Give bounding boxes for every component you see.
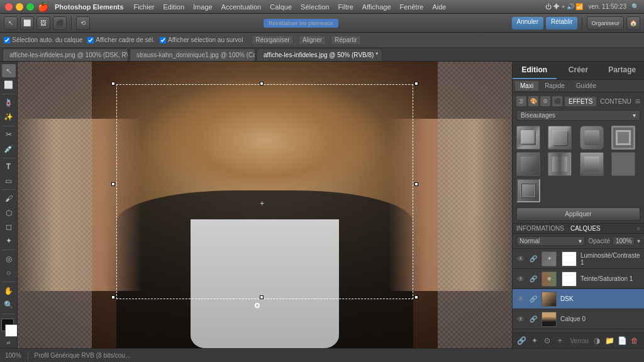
opt-show-hover[interactable]: Afficher sélection au survol <box>160 36 243 43</box>
effect-thumb-6[interactable] <box>548 152 572 176</box>
layer-mask-btn[interactable]: ⊙ <box>542 335 552 346</box>
layer-link-2[interactable]: 🔗 <box>529 275 538 283</box>
panel-tab-partage[interactable]: Partage <box>600 62 644 79</box>
layer-style-btn[interactable]: ✦ <box>529 335 539 346</box>
annuler-btn[interactable]: Annuler <box>512 17 543 30</box>
layer-link-1[interactable]: 🔗 <box>529 255 538 263</box>
effect-thumb-8[interactable] <box>611 152 635 176</box>
tool-eyedrop[interactable]: 💉 <box>2 142 16 155</box>
opacity-value[interactable]: 100% <box>613 236 635 246</box>
reorganiser-btn[interactable]: Réorganiser <box>252 36 293 43</box>
switch-colors-btn[interactable]: ⇄ <box>6 340 11 346</box>
effect-thumb-5[interactable] <box>516 152 540 176</box>
minimize-button[interactable] <box>16 3 23 11</box>
handle-br[interactable] <box>414 295 418 299</box>
panel-collapse-btn[interactable]: ≡ <box>635 96 640 106</box>
menu-accentuation[interactable]: Accentuation <box>221 3 262 11</box>
menu-fenetre[interactable]: Fenêtre <box>400 3 424 11</box>
effect-thumb-7[interactable] <box>580 152 604 176</box>
panel-subtab-maxi[interactable]: Maxi <box>515 81 538 90</box>
organiseur-btn[interactable]: Organiseur <box>587 16 624 30</box>
search-icon[interactable]: 🔍 <box>631 3 639 10</box>
tool-dodge[interactable]: ○ <box>2 266 16 280</box>
effect-thumb-9[interactable] <box>516 178 540 202</box>
layer-vis-2[interactable]: 👁 <box>516 275 525 283</box>
menu-fichier[interactable]: Fichier <box>133 3 154 11</box>
opacity-arrow[interactable]: ▾ <box>637 238 640 244</box>
fx-icon-4[interactable]: ⬛ <box>552 96 562 106</box>
effects-dropdown[interactable]: Biseautages ▾ <box>516 110 640 121</box>
layer-delete-btn[interactable]: 🗑 <box>629 335 640 346</box>
menu-affichage[interactable]: Affichage <box>362 3 391 11</box>
canvas-area[interactable]: + <box>18 62 512 348</box>
menu-selection[interactable]: Sélection <box>301 3 329 11</box>
doc-tab-2[interactable]: strauss-kahn_dominique1.jpg @ 100% (Calq… <box>130 48 255 61</box>
menu-edition[interactable]: Edition <box>163 3 184 11</box>
layer-link-4[interactable]: 🔗 <box>529 315 538 324</box>
effects-tab-effets[interactable]: EFFETS <box>565 97 596 106</box>
toolbar-btn4[interactable]: ⬛ <box>53 16 67 30</box>
handle-tr[interactable] <box>414 82 418 85</box>
background-color[interactable] <box>5 324 18 337</box>
effects-tab-contenu[interactable]: CONTENU <box>596 97 635 106</box>
effect-thumb-2[interactable] <box>548 126 572 150</box>
tool-stamp[interactable]: ⬡ <box>2 206 16 219</box>
layer-item-4[interactable]: 👁 🔗 Calque 0 <box>513 309 644 329</box>
close-button[interactable] <box>5 3 13 11</box>
handle-tl[interactable] <box>111 82 115 85</box>
menu-filtre[interactable]: Filtre <box>338 3 353 11</box>
opt-auto-select[interactable]: Sélection auto. du calque <box>4 36 82 43</box>
toolbar-btn3[interactable]: 🖼 <box>36 16 50 30</box>
handle-ml[interactable] <box>111 182 115 186</box>
tool-shape[interactable]: ▭ <box>2 174 16 187</box>
layer-vis-1[interactable]: 👁 <box>516 255 525 263</box>
layer-vis-4[interactable]: 👁 <box>516 315 525 324</box>
menu-calque[interactable]: Calque <box>270 3 292 11</box>
menu-aide[interactable]: Aide <box>432 3 446 11</box>
layer-link-btn[interactable]: 🔗 <box>516 335 526 346</box>
tool-hand[interactable]: ✋ <box>2 284 16 297</box>
effect-thumb-1[interactable] <box>516 126 540 150</box>
info-tab[interactable]: INFORMATIONS <box>516 225 564 232</box>
layer-item-3[interactable]: 👁 🔗 DSK <box>513 289 644 309</box>
tool-marquee[interactable]: ⬜ <box>2 78 16 91</box>
tool-crop[interactable]: ✂ <box>2 128 16 141</box>
home-btn[interactable]: 🏠 <box>626 16 640 30</box>
layers-panel-btn[interactable]: ≡ <box>636 225 640 232</box>
handle-bl[interactable] <box>111 295 115 299</box>
panel-tab-creer[interactable]: Créer <box>557 62 601 79</box>
panel-subtab-rapide[interactable]: Rapide <box>540 81 570 90</box>
tool-type[interactable]: T <box>2 160 16 173</box>
toolbar-move-btn[interactable]: ↖ <box>4 16 18 30</box>
show-frame-check[interactable] <box>87 37 94 43</box>
blend-mode-select[interactable]: Normal ▾ <box>516 236 585 246</box>
tool-blur[interactable]: ◎ <box>2 252 16 265</box>
menu-image[interactable]: Image <box>193 3 213 11</box>
layer-add-adj-btn[interactable]: ◑ <box>591 335 602 346</box>
aligner-btn[interactable]: Aligner <box>299 36 326 43</box>
tool-paint[interactable]: 🖌 <box>2 192 16 205</box>
layer-vis-3[interactable]: 👁 <box>516 295 525 304</box>
effect-thumb-3[interactable] <box>580 126 604 150</box>
show-hover-check[interactable] <box>160 37 166 43</box>
doc-tab-3-close[interactable]: ✕ <box>381 52 382 58</box>
fx-icon-2[interactable]: 🎨 <box>528 96 538 106</box>
handle-tc[interactable] <box>260 82 264 85</box>
tool-zoom[interactable]: 🔍 <box>2 298 16 311</box>
tool-heal[interactable]: ✦ <box>2 234 16 248</box>
layer-item-2[interactable]: 👁 🔗 ⊕ Teinte/Saturation 1 <box>513 269 644 289</box>
opt-show-frame[interactable]: Afficher cadre de sél. <box>87 36 155 43</box>
menu-bar[interactable]: Fichier Edition Image Accentuation Calqu… <box>133 3 446 11</box>
handle-bc[interactable] <box>260 295 264 299</box>
toolbar-btn2[interactable]: ⬜ <box>20 16 34 30</box>
toolbar-btn5[interactable]: ⟲ <box>76 16 90 30</box>
reset-panels-btn[interactable]: Réinitialiser les panneaux <box>264 19 338 28</box>
handle-mr[interactable] <box>414 182 418 186</box>
tool-lasso[interactable]: 🪢 <box>2 96 16 109</box>
layer-new-btn[interactable]: + <box>555 335 565 346</box>
traffic-lights[interactable] <box>5 3 34 11</box>
layer-new-layer-btn[interactable]: 📄 <box>616 335 628 346</box>
retablir-btn[interactable]: Rétablir <box>546 17 577 30</box>
effect-thumb-4[interactable] <box>611 126 635 150</box>
layer-folder-btn[interactable]: 📁 <box>604 335 615 346</box>
